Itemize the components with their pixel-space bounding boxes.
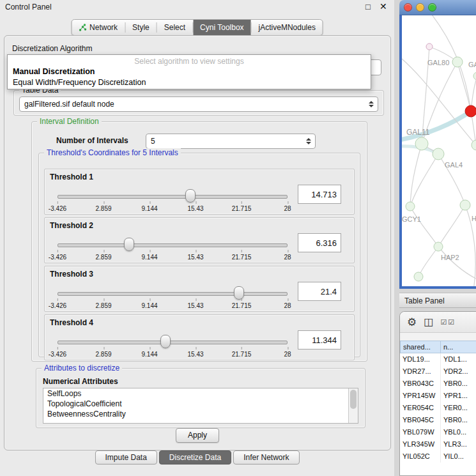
- tab-label: jActiveMNodules: [259, 23, 316, 32]
- table-cell: YDR27...: [400, 365, 441, 378]
- float-window-icon[interactable]: □: [365, 2, 371, 12]
- zoom-traffic-light[interactable]: [428, 3, 436, 12]
- threshold-value-input[interactable]: [298, 330, 341, 349]
- mac-window-titlebar[interactable]: [399, 0, 476, 15]
- threshold-slider[interactable]: -3.4262.8599.14415.4321.71528: [58, 234, 288, 261]
- dropdown-option-manual-discretization[interactable]: Manual Discretization: [13, 67, 365, 76]
- threshold-slider[interactable]: -3.4262.8599.14415.4321.71528: [58, 186, 288, 213]
- threshold-blocks: Threshold 1 -3.4262.8599.14415.4321.7152…: [44, 169, 355, 363]
- attribute-list-item[interactable]: SelfLoops: [43, 388, 358, 399]
- slider-track[interactable]: [58, 292, 288, 296]
- threshold-value-input[interactable]: [298, 185, 341, 204]
- tick-label: 28: [284, 205, 291, 212]
- table-body: YDL19...YDL1...YDR27...YDR2...YBR043CYBR…: [400, 353, 476, 463]
- network-node[interactable]: [460, 200, 470, 210]
- tick-label: -3.426: [49, 254, 66, 261]
- table-row[interactable]: YIL052CYIL0...: [400, 450, 476, 463]
- table-toolbar: ⚙ ◫ ☑☑: [400, 312, 476, 333]
- table-cell: YBR0...: [441, 378, 476, 390]
- network-node[interactable]: [426, 43, 433, 50]
- control-panel-tab-strip: NetworkStyleSelectCyni ToolboxjActiveMNo…: [71, 19, 323, 36]
- table-cell: YPR145W: [400, 390, 441, 402]
- table-row[interactable]: YPR145WYPR1...: [400, 390, 476, 402]
- tick-label: 15.43: [187, 302, 203, 309]
- slider-thumb[interactable]: [160, 335, 171, 348]
- network-canvas[interactable]: GAL80GAGAL11GAL4GCY1HHAP2: [399, 15, 476, 289]
- dropdown-option-equal-width-frequency[interactable]: Equal Width/Frequency Discretization: [13, 78, 365, 87]
- control-panel-titlebar: Control Panel □ ✕: [0, 0, 394, 14]
- column-chooser-icon[interactable]: ◫: [424, 317, 433, 327]
- combo-arrows-icon: [306, 138, 311, 144]
- number-of-intervals-label: Number of Intervals: [56, 136, 128, 145]
- list-scrollbar[interactable]: [348, 388, 358, 423]
- table-row[interactable]: YLR345WYLR3...: [400, 438, 476, 450]
- close-panel-icon[interactable]: ✕: [380, 1, 387, 12]
- table-cell: YBR043C: [400, 378, 441, 390]
- table-panel-header[interactable]: Table Panel: [399, 293, 476, 308]
- network-node[interactable]: [406, 202, 415, 211]
- slider-thumb[interactable]: [185, 189, 196, 203]
- slider-track[interactable]: [58, 341, 288, 344]
- scrollbar-thumb[interactable]: [350, 390, 357, 409]
- threshold-value-input[interactable]: [298, 282, 341, 301]
- table-cell: YBR045C: [400, 414, 441, 426]
- table-cell: YLR345W: [400, 438, 441, 450]
- slider-tick-labels: -3.4262.8599.14415.4321.71528: [58, 351, 288, 358]
- network-node[interactable]: [414, 272, 423, 281]
- number-of-intervals-combobox[interactable]: 5: [146, 134, 316, 149]
- table-row[interactable]: YDL19...YDL1...: [400, 353, 476, 365]
- network-node[interactable]: [433, 148, 444, 160]
- slider-thumb[interactable]: [124, 238, 134, 251]
- table-data-combobox[interactable]: galFiltered.sif default node: [19, 96, 378, 112]
- network-node[interactable]: [465, 105, 476, 117]
- tab-network[interactable]: Network: [72, 20, 125, 35]
- tab-discretize-data[interactable]: Discretize Data: [159, 450, 231, 464]
- apply-button[interactable]: Apply: [176, 428, 219, 443]
- slider-track[interactable]: [58, 195, 288, 199]
- select-columns-icon[interactable]: ☑☑: [440, 319, 456, 326]
- threshold-slider[interactable]: -3.4262.8599.14415.4321.71528: [58, 283, 288, 310]
- slider-thumb[interactable]: [234, 286, 244, 300]
- table-cell: YBL079W: [400, 426, 441, 438]
- tab-cyni-toolbox[interactable]: Cyni Toolbox: [193, 20, 250, 35]
- node-label: GCY1: [402, 215, 421, 223]
- tab-select[interactable]: Select: [157, 20, 192, 35]
- network-node[interactable]: [473, 72, 476, 80]
- node-label: GAL80: [427, 59, 449, 66]
- table-panel-widget: ⚙ ◫ ☑☑ shared... n... YDL19...YDL1...YDR…: [399, 311, 476, 476]
- network-graph[interactable]: GAL80GAGAL11GAL4GCY1HHAP2: [402, 15, 476, 286]
- tab-jactivemnodules[interactable]: jActiveMNodules: [252, 20, 323, 35]
- column-header-shared-name[interactable]: shared...: [400, 341, 441, 353]
- tab-style[interactable]: Style: [125, 20, 157, 35]
- attribute-list-item[interactable]: BetweennessCentrality: [43, 409, 358, 419]
- table-row[interactable]: YBL079WYBL0...: [400, 426, 476, 438]
- slider-tick-labels: -3.4262.8599.14415.4321.71528: [58, 205, 288, 213]
- close-traffic-light[interactable]: [404, 3, 412, 12]
- table-cell: YDR2...: [441, 365, 476, 378]
- network-node[interactable]: [452, 57, 463, 67]
- tab-impute-data[interactable]: Impute Data: [95, 450, 157, 464]
- interval-definition-group: Interval Definition Number of Intervals …: [31, 121, 367, 362]
- table-row[interactable]: YBR045CYBR0...: [400, 414, 476, 426]
- table-row[interactable]: YER054CYER0...: [400, 402, 476, 414]
- slider-track[interactable]: [58, 243, 288, 247]
- minimize-traffic-light[interactable]: [416, 3, 424, 12]
- table-row[interactable]: YDR27...YDR2...: [400, 365, 476, 378]
- table-cell: YER054C: [400, 402, 441, 414]
- network-node[interactable]: [415, 137, 428, 150]
- threshold-slider[interactable]: -3.4262.8599.14415.4321.71528: [58, 332, 288, 358]
- column-header-name[interactable]: n...: [441, 341, 476, 353]
- network-node[interactable]: [472, 140, 476, 150]
- threshold-value-input[interactable]: [298, 233, 341, 252]
- threshold-label: Threshold 1: [50, 173, 93, 181]
- table-cell: YDL19...: [400, 353, 441, 365]
- numerical-attributes-list[interactable]: SelfLoopsTopologicalCoefficientBetweenne…: [43, 388, 358, 424]
- dropdown-placeholder-option: Select algorithm to view settings: [8, 57, 371, 66]
- table-settings-gear-icon[interactable]: ⚙: [407, 317, 417, 328]
- table-cell: YLR3...: [441, 438, 476, 450]
- combo-arrows-icon: [369, 101, 374, 107]
- attribute-list-item[interactable]: TopologicalCoefficient: [43, 399, 358, 409]
- network-node[interactable]: [434, 242, 443, 251]
- tab-infer-network[interactable]: Infer Network: [233, 450, 299, 464]
- table-row[interactable]: YBR043CYBR0...: [400, 378, 476, 390]
